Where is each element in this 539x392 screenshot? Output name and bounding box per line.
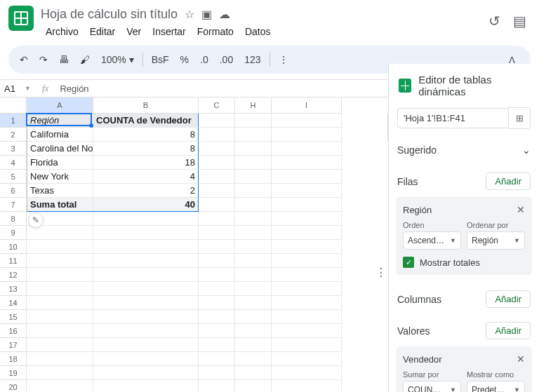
cell[interactable] — [27, 338, 93, 352]
cell[interactable] — [235, 282, 272, 296]
add-columns-button[interactable]: Añadir — [486, 290, 531, 308]
cell[interactable] — [235, 170, 272, 184]
order-select[interactable]: Ascend…▼ — [403, 231, 461, 250]
cell[interactable] — [235, 254, 272, 268]
cell[interactable]: Región — [27, 114, 93, 128]
number-format-button[interactable]: 123 — [239, 50, 266, 69]
col-header-C[interactable]: C — [199, 97, 235, 114]
menu-ver[interactable]: Ver — [121, 23, 146, 40]
cell[interactable] — [199, 170, 235, 184]
cell[interactable] — [199, 352, 235, 366]
history-icon[interactable]: ↺ — [488, 13, 500, 29]
paint-format-button[interactable]: 🖌 — [74, 50, 95, 69]
menu-formato[interactable]: Formato — [192, 23, 239, 40]
menu-insertar[interactable]: Insertar — [147, 23, 190, 40]
row-header[interactable]: 14 — [0, 296, 27, 310]
cell[interactable] — [272, 142, 342, 156]
cell[interactable]: 2 — [93, 184, 199, 198]
cell[interactable] — [272, 282, 342, 296]
col-header-A[interactable]: A — [27, 97, 93, 114]
cell[interactable] — [93, 324, 199, 338]
menu-datos[interactable]: Datos — [240, 23, 276, 40]
row-header[interactable]: 9 — [0, 226, 27, 240]
col-header-B[interactable]: B — [93, 97, 199, 114]
col-header-H[interactable]: H — [235, 97, 272, 114]
cell[interactable] — [235, 156, 272, 170]
row-header[interactable]: 18 — [0, 352, 27, 366]
cell[interactable] — [27, 352, 93, 366]
move-folder-icon[interactable]: ▣ — [201, 8, 212, 21]
cell[interactable] — [199, 296, 235, 310]
cell[interactable] — [27, 268, 93, 282]
cell[interactable] — [272, 296, 342, 310]
cell[interactable] — [27, 240, 93, 254]
cell[interactable] — [93, 268, 199, 282]
cell[interactable] — [27, 324, 93, 338]
row-header[interactable]: 4 — [0, 156, 27, 170]
cell[interactable] — [235, 268, 272, 282]
cell[interactable] — [272, 114, 342, 128]
cell[interactable] — [199, 268, 235, 282]
cell[interactable]: Texas — [27, 184, 93, 198]
increase-decimal-button[interactable]: .00 — [214, 50, 239, 69]
add-values-button[interactable]: Añadir — [486, 322, 531, 339]
menu-archivo[interactable]: Archivo — [41, 23, 84, 40]
cell[interactable] — [93, 338, 199, 352]
cell[interactable] — [199, 128, 235, 142]
name-box[interactable]: A1▼ — [0, 83, 35, 94]
cell[interactable] — [235, 114, 272, 128]
cell[interactable] — [272, 366, 342, 380]
cell[interactable] — [27, 226, 93, 240]
cell[interactable] — [272, 156, 342, 170]
col-header-I[interactable]: I — [272, 97, 342, 114]
cell[interactable] — [235, 198, 272, 212]
edit-pivot-button[interactable]: ✎ — [28, 212, 44, 228]
select-range-button[interactable]: ⊞ — [508, 107, 531, 129]
cell[interactable] — [235, 366, 272, 380]
decrease-decimal-button[interactable]: .0 — [194, 50, 214, 69]
row-header[interactable]: 11 — [0, 254, 27, 268]
cell[interactable] — [272, 184, 342, 198]
cell[interactable]: 40 — [93, 198, 199, 212]
cell[interactable] — [272, 254, 342, 268]
cell[interactable] — [235, 128, 272, 142]
remove-region-button[interactable]: ✕ — [517, 204, 525, 215]
comments-icon[interactable]: ▤ — [513, 13, 526, 29]
cell[interactable] — [93, 254, 199, 268]
cell[interactable] — [199, 282, 235, 296]
sortby-select[interactable]: Región▼ — [467, 231, 525, 250]
cell[interactable] — [93, 296, 199, 310]
cell[interactable] — [272, 338, 342, 352]
cell[interactable] — [199, 198, 235, 212]
cell[interactable] — [199, 114, 235, 128]
cell[interactable] — [272, 268, 342, 282]
cell[interactable] — [199, 254, 235, 268]
cell[interactable] — [199, 310, 235, 324]
cell[interactable] — [199, 226, 235, 240]
cell[interactable] — [93, 240, 199, 254]
pivot-range-input[interactable]: 'Hoja 1'!B1:F41 — [397, 108, 508, 128]
cell[interactable]: 18 — [93, 156, 199, 170]
row-header[interactable]: 19 — [0, 366, 27, 380]
row-header[interactable]: 12 — [0, 268, 27, 282]
cell[interactable] — [199, 142, 235, 156]
row-header[interactable]: 20 — [0, 380, 27, 392]
currency-button[interactable]: BsF — [146, 50, 175, 69]
cell[interactable]: Carolina del Nor — [27, 142, 93, 156]
showas-select[interactable]: Predet…▼ — [467, 381, 525, 392]
cell[interactable] — [272, 170, 342, 184]
row-header[interactable]: 3 — [0, 142, 27, 156]
cell[interactable] — [272, 240, 342, 254]
show-totals-checkbox[interactable]: ✓ — [403, 257, 414, 268]
cell[interactable] — [27, 254, 93, 268]
zoom-select[interactable]: 100% ▾ — [95, 50, 140, 69]
undo-button[interactable]: ↶ — [14, 50, 34, 69]
cell[interactable] — [27, 296, 93, 310]
summarize-select[interactable]: COUN…▼ — [403, 381, 461, 392]
print-button[interactable]: 🖶 — [53, 50, 74, 69]
panel-resize-handle[interactable]: ⋮ — [375, 266, 387, 279]
percent-button[interactable]: % — [175, 50, 194, 69]
cell[interactable] — [199, 324, 235, 338]
cell[interactable] — [235, 296, 272, 310]
cell[interactable] — [199, 338, 235, 352]
